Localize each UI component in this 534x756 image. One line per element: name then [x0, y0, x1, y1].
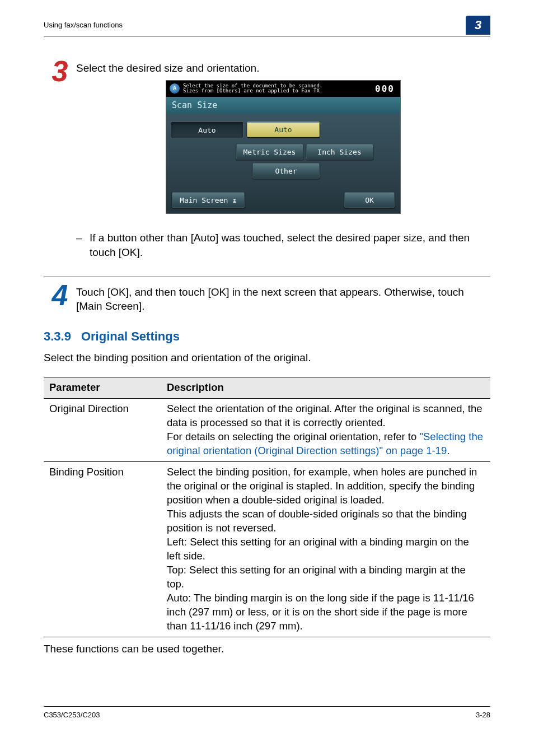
- footer-model: C353/C253/C203: [44, 710, 100, 720]
- other-button[interactable]: Other: [252, 163, 320, 179]
- job-counter: 000: [375, 83, 395, 95]
- footer-page-number: 3-28: [476, 710, 490, 720]
- header-section-title: Using fax/scan functions: [44, 20, 123, 30]
- metric-sizes-button[interactable]: Metric Sizes: [236, 144, 303, 160]
- step4-rule: [44, 277, 490, 277]
- step-number-3: 3: [44, 57, 76, 86]
- inch-sizes-button[interactable]: Inch Sizes: [306, 144, 373, 160]
- param-name: Original Direction: [44, 399, 161, 462]
- parameter-table: Parameter Description Original Direction…: [44, 377, 490, 637]
- step3-note: – If a button other than [Auto] was touc…: [76, 231, 490, 259]
- table-row: Binding Position Select the binding posi…: [44, 462, 490, 637]
- screenshot-title: Scan Size: [166, 97, 400, 114]
- auto-display: Auto: [171, 122, 243, 138]
- scan-size-screenshot: A Select the size of the document to be …: [166, 80, 401, 214]
- header-rule: [44, 36, 490, 36]
- param-name: Binding Position: [44, 462, 161, 637]
- main-screen-button[interactable]: Main Screen ↨: [172, 192, 245, 208]
- screenshot-hint-text: Select the size of the document to be sc…: [183, 83, 375, 95]
- section-intro: Select the binding position and orientat…: [44, 351, 490, 365]
- info-icon: A: [170, 83, 180, 94]
- section-after-note: These functions can be used together.: [44, 642, 490, 656]
- ok-button[interactable]: OK: [344, 192, 395, 208]
- table-row: Original Direction Select the orientatio…: [44, 399, 490, 462]
- header-chapter-number: 3: [466, 16, 490, 35]
- step4-text: Touch [OK], and then touch [OK] in the n…: [76, 285, 490, 314]
- step-number-4: 4: [44, 281, 76, 310]
- param-desc: Select the orientation of the original. …: [161, 399, 490, 462]
- auto-button[interactable]: Auto: [247, 122, 320, 137]
- th-description: Description: [161, 377, 490, 399]
- param-desc: Select the binding position, for example…: [161, 462, 490, 637]
- step3-text: Select the desired size and orientation.: [76, 61, 490, 76]
- th-parameter: Parameter: [44, 377, 161, 399]
- return-arrow-icon: ↨: [232, 195, 237, 206]
- section-heading: 3.3.9Original Settings: [44, 328, 490, 345]
